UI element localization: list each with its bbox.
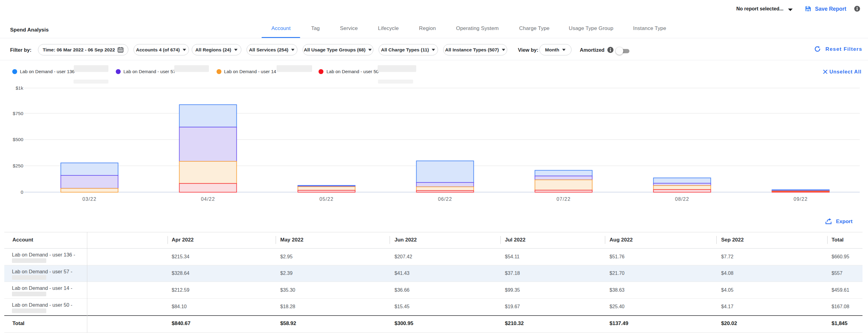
svg-text:03/22: 03/22 xyxy=(83,197,96,202)
svg-text:$500: $500 xyxy=(13,137,24,142)
svg-text:0: 0 xyxy=(21,190,23,195)
svg-text:05/22: 05/22 xyxy=(319,197,334,202)
svg-text:06/22: 06/22 xyxy=(438,197,452,202)
svg-text:$250: $250 xyxy=(13,163,24,168)
svg-text:07/22: 07/22 xyxy=(557,197,570,202)
svg-text:$750: $750 xyxy=(13,111,24,116)
svg-text:08/22: 08/22 xyxy=(675,197,689,202)
svg-text:$1k: $1k xyxy=(16,86,23,91)
svg-text:09/22: 09/22 xyxy=(794,197,808,202)
svg-text:04/22: 04/22 xyxy=(201,197,215,202)
